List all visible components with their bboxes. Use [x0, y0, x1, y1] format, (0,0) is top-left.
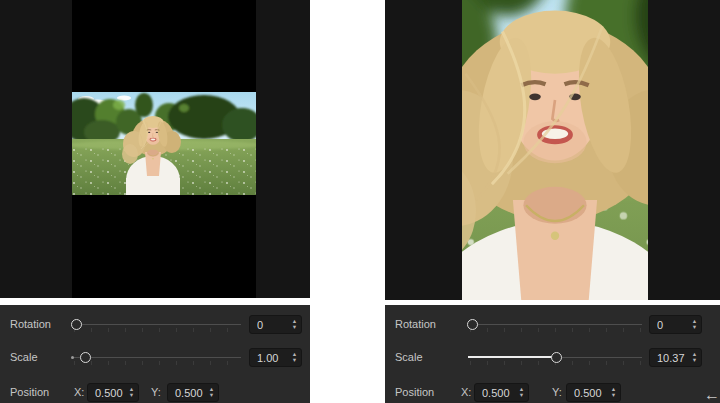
preview-canvas-after [385, 0, 720, 300]
rotation-value-input[interactable] [250, 319, 288, 331]
spinner-down-icon[interactable]: ▼ [692, 325, 697, 330]
position-x-input[interactable] [475, 387, 515, 399]
rotation-slider[interactable] [72, 315, 241, 335]
preview-canvas-before [0, 0, 310, 298]
spinner-down-icon[interactable]: ▼ [692, 358, 697, 363]
spinner-down-icon[interactable]: ▼ [292, 325, 297, 330]
slider-ticks [470, 328, 642, 332]
rotation-value-box: ▲ ▼ [249, 315, 302, 334]
rotation-value-box: ▲ ▼ [649, 315, 702, 334]
video-thumbnail-landscape [72, 92, 256, 195]
position-x-label: X: [461, 386, 471, 398]
spinner-down-icon[interactable]: ▼ [209, 393, 214, 398]
scale-label: Scale [10, 351, 38, 363]
rotation-label: Rotation [395, 318, 436, 330]
slider-min-dot [71, 356, 74, 359]
slider-track [468, 324, 642, 325]
vertical-video-frame-before[interactable] [72, 0, 256, 298]
scale-value-input[interactable] [650, 352, 688, 364]
scale-value-box: ▲ ▼ [649, 348, 702, 367]
scale-value-box: ▲ ▼ [249, 348, 302, 367]
slider-ticks [74, 361, 241, 365]
video-zoomed-portrait [462, 0, 648, 300]
spinner-down-icon[interactable]: ▼ [292, 358, 297, 363]
scale-slider[interactable] [72, 348, 241, 368]
position-x-spinner[interactable]: ▲ ▼ [515, 387, 528, 398]
position-y-spinner[interactable]: ▲ ▼ [607, 387, 620, 398]
scale-label: Scale [395, 351, 423, 363]
position-y-label: Y: [151, 386, 161, 398]
position-y-spinner[interactable]: ▲ ▼ [205, 387, 218, 398]
vertical-video-frame-after[interactable] [462, 0, 648, 300]
rotation-slider-thumb[interactable] [71, 319, 82, 330]
scale-row: Scale ▲ ▼ ← [385, 348, 720, 368]
scale-value-input[interactable] [250, 352, 288, 364]
position-row: Position X: ▲ ▼ Y: ▲ ▼ [385, 383, 720, 403]
scale-slider[interactable] [468, 348, 642, 368]
scale-spinner[interactable]: ▲ ▼ [288, 352, 301, 363]
spinner-down-icon[interactable]: ▼ [519, 393, 524, 398]
position-y-input[interactable] [168, 387, 205, 399]
position-y-input[interactable] [567, 387, 607, 399]
scale-slider-thumb[interactable] [551, 352, 562, 363]
scale-row: Scale ▲ ▼ [0, 348, 310, 368]
position-row: Position X: ▲ ▼ Y: ▲ ▼ [0, 383, 310, 403]
rotation-spinner[interactable]: ▲ ▼ [288, 319, 301, 330]
rotation-value-input[interactable] [650, 319, 688, 331]
slider-track [72, 357, 241, 358]
rotation-row: Rotation ▲ ▼ [385, 315, 720, 335]
position-label: Position [395, 386, 434, 398]
rotation-label: Rotation [10, 318, 51, 330]
position-y-label: Y: [552, 386, 562, 398]
scale-spinner[interactable]: ▲ ▼ [688, 352, 701, 363]
position-y-box: ▲ ▼ [167, 383, 219, 402]
position-x-box: ▲ ▼ [474, 383, 529, 402]
slider-ticks [74, 328, 241, 332]
position-x-label: X: [74, 386, 84, 398]
position-x-box: ▲ ▼ [87, 383, 139, 402]
slider-track [72, 324, 241, 325]
spinner-down-icon[interactable]: ▼ [611, 393, 616, 398]
rotation-spinner[interactable]: ▲ ▼ [688, 319, 701, 330]
position-x-spinner[interactable]: ▲ ▼ [125, 387, 138, 398]
position-x-input[interactable] [88, 387, 125, 399]
spinner-down-icon[interactable]: ▼ [129, 393, 134, 398]
transform-controls-before: Rotation ▲ ▼ Scale [0, 305, 310, 403]
scale-slider-thumb[interactable] [80, 352, 91, 363]
transform-comparison-page: Rotation ▲ ▼ Scale [0, 0, 720, 403]
rotation-row: Rotation ▲ ▼ [0, 315, 310, 335]
transform-controls-after: Rotation ▲ ▼ Scale [385, 305, 720, 403]
slider-filled-track [468, 356, 557, 358]
position-y-box: ▲ ▼ [566, 383, 621, 402]
position-label: Position [10, 386, 49, 398]
rotation-slider[interactable] [468, 315, 642, 335]
